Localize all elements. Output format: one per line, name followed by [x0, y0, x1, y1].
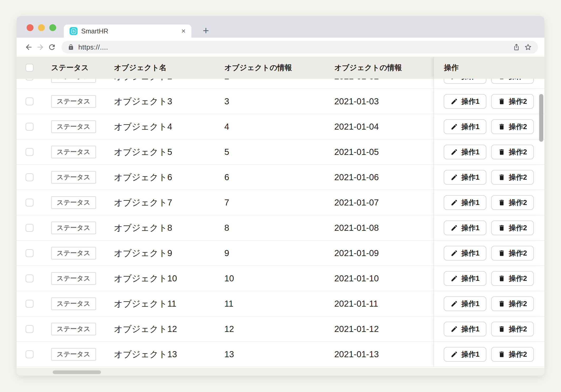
action1-button[interactable]: 操作1: [444, 246, 486, 261]
action2-button[interactable]: 操作2: [491, 271, 534, 286]
object-name-cell: オブジェクト5: [114, 146, 172, 158]
action2-button[interactable]: 操作2: [491, 79, 534, 84]
action2-button[interactable]: 操作2: [491, 296, 534, 311]
browser-tab[interactable]: S SmartHR ×: [64, 24, 191, 38]
object-name-cell: オブジェクト9: [114, 247, 172, 259]
object-name-cell: オブジェクト11: [114, 298, 176, 310]
reload-icon[interactable]: [46, 41, 58, 53]
table-row: ステータス オブジェクト7 7 2021-01-07 操作1 操作2: [17, 190, 544, 215]
table-header-row: ステータス オブジェクト名 オブジェクトの情報 オブジェクトの情報 操作: [17, 57, 544, 79]
address-bar[interactable]: https://....: [61, 41, 538, 53]
back-arrow-icon[interactable]: [23, 41, 35, 53]
trash-icon: [498, 148, 505, 156]
table-row: ステータス オブジェクト2 2 2021-01-02 操作1 操作2: [17, 79, 544, 89]
object-info-cell: 2: [224, 79, 229, 81]
window-close-button[interactable]: [27, 24, 33, 31]
row-checkbox[interactable]: [26, 123, 33, 131]
share-icon[interactable]: [513, 43, 520, 51]
pencil-icon: [451, 98, 458, 105]
table-row: ステータス オブジェクト12 12 2021-01-12 操作1 操作2: [17, 316, 544, 342]
action2-button[interactable]: 操作2: [491, 170, 534, 185]
forward-arrow-icon[interactable]: [35, 41, 46, 53]
row-checkbox[interactable]: [26, 300, 33, 308]
object-info-cell: 11: [224, 299, 233, 309]
trash-icon: [498, 300, 505, 307]
table-row: ステータス オブジェクト4 4 2021-01-04 操作1 操作2: [17, 114, 544, 139]
row-actions: 操作1 操作2: [434, 139, 544, 164]
object-date-cell: 2021-01-11: [334, 299, 378, 309]
row-actions: 操作1 操作2: [434, 215, 544, 240]
action2-button[interactable]: 操作2: [491, 94, 534, 109]
pencil-icon: [451, 325, 458, 333]
object-info-cell: 9: [224, 248, 229, 258]
window-minimize-button[interactable]: [38, 24, 45, 31]
horizontal-scrollbar-thumb[interactable]: [53, 370, 101, 374]
row-actions: 操作1 操作2: [434, 190, 544, 215]
action1-button[interactable]: 操作1: [444, 170, 486, 185]
vertical-scrollbar-thumb[interactable]: [539, 94, 543, 142]
window-zoom-button[interactable]: [49, 24, 56, 31]
pencil-icon: [451, 275, 458, 282]
status-badge: ステータス: [51, 146, 96, 158]
trash-icon: [498, 351, 505, 358]
action2-button[interactable]: 操作2: [491, 246, 534, 261]
object-name-cell: オブジェクト4: [114, 121, 172, 133]
table-row: ステータス オブジェクト10 10 2021-01-10 操作1 操作2: [17, 266, 544, 291]
sticky-actions-header: 操作: [434, 57, 544, 79]
page-content: ステータス オブジェクト名 オブジェクトの情報 オブジェクトの情報 操作 ステー…: [17, 57, 544, 376]
action1-button[interactable]: 操作1: [444, 347, 486, 362]
action1-button[interactable]: 操作1: [444, 220, 486, 235]
row-actions: 操作1 操作2: [434, 342, 544, 367]
action2-button[interactable]: 操作2: [491, 220, 534, 235]
object-date-cell: 2021-01-05: [334, 147, 379, 157]
action1-button[interactable]: 操作1: [444, 145, 486, 159]
object-info-cell: 5: [224, 147, 229, 157]
action2-button[interactable]: 操作2: [491, 322, 534, 336]
action1-button[interactable]: 操作1: [444, 322, 486, 336]
row-actions: 操作1 操作2: [434, 79, 544, 89]
object-info-cell: 8: [224, 223, 229, 233]
object-table: ステータス オブジェクト名 オブジェクトの情報 オブジェクトの情報 操作 ステー…: [17, 57, 544, 368]
action2-button[interactable]: 操作2: [491, 145, 534, 159]
action2-button[interactable]: 操作2: [491, 347, 534, 362]
status-badge: ステータス: [51, 120, 96, 133]
row-checkbox[interactable]: [26, 350, 33, 358]
row-checkbox[interactable]: [26, 275, 33, 282]
row-checkbox[interactable]: [26, 224, 33, 232]
action1-button[interactable]: 操作1: [444, 296, 486, 311]
action1-button[interactable]: 操作1: [444, 119, 486, 134]
row-checkbox[interactable]: [26, 97, 33, 105]
select-all-checkbox[interactable]: [26, 64, 33, 72]
object-name-cell: オブジェクト13: [114, 348, 177, 360]
row-checkbox[interactable]: [26, 199, 33, 207]
action1-button[interactable]: 操作1: [444, 94, 486, 109]
pencil-icon: [451, 79, 458, 80]
pencil-icon: [451, 174, 458, 181]
object-info-cell: 6: [224, 172, 229, 182]
row-checkbox[interactable]: [26, 173, 33, 181]
new-tab-button[interactable]: +: [199, 24, 213, 38]
tab-close-icon[interactable]: ×: [181, 27, 186, 35]
url-text[interactable]: https://....: [78, 43, 509, 51]
table-row: ステータス オブジェクト8 8 2021-01-08 操作1 操作2: [17, 215, 544, 241]
trash-icon: [498, 98, 505, 105]
horizontal-scrollbar-track[interactable]: [17, 368, 544, 376]
object-date-cell: 2021-01-08: [334, 223, 379, 233]
row-checkbox[interactable]: [26, 325, 33, 333]
table-row: ステータス オブジェクト11 11 2021-01-11 操作1 操作2: [17, 291, 544, 316]
object-name-cell: オブジェクト8: [114, 222, 172, 234]
row-checkbox[interactable]: [26, 148, 33, 156]
action2-button[interactable]: 操作2: [491, 195, 534, 210]
action1-button[interactable]: 操作1: [444, 271, 486, 286]
trash-icon: [498, 224, 505, 232]
action1-button[interactable]: 操作1: [444, 79, 486, 84]
row-checkbox[interactable]: [26, 249, 33, 257]
row-actions: 操作1 操作2: [434, 266, 544, 291]
row-checkbox[interactable]: [26, 79, 33, 80]
table-body: ステータス オブジェクト2 2 2021-01-02 操作1 操作2 ステータス…: [17, 79, 544, 367]
star-icon[interactable]: [524, 43, 532, 51]
action1-button[interactable]: 操作1: [444, 195, 486, 210]
table-row: ステータス オブジェクト5 5 2021-01-05 操作1 操作2: [17, 139, 544, 165]
action2-button[interactable]: 操作2: [491, 119, 534, 134]
row-actions: 操作1 操作2: [434, 241, 544, 266]
